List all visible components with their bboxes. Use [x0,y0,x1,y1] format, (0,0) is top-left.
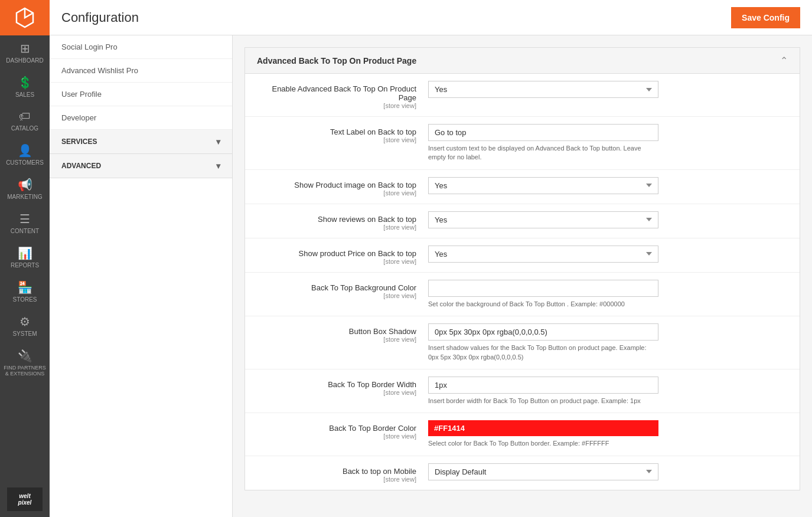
sidebar-item-system[interactable]: ⚙ SYSTEM [0,309,50,343]
label-text-label: Text Label on Back to top [store view] [257,124,428,143]
hint-text-label: Insert custom text to be displayed on Ad… [428,144,658,162]
label-border-color: Back To Top Border Color [store view] [257,420,428,440]
dashboard-icon: ⊞ [20,41,30,55]
left-nav: Social Login Pro Advanced Wishlist Pro U… [50,35,233,517]
label-show-reviews: Show reviews on Back to top [store view] [257,211,428,231]
nav-item-social-login[interactable]: Social Login Pro [50,35,232,59]
nav-item-advanced-wishlist[interactable]: Advanced Wishlist Pro [50,59,232,83]
config-row-enable: Enable Advanced Back To Top On Product P… [245,74,800,117]
input-border-width[interactable] [428,377,658,394]
page-title: Configuration [61,10,139,25]
config-row-box-shadow: Button Box Shadow [store view] Insert sh… [245,316,800,369]
sidebar-item-sales[interactable]: 💲 SALES [0,70,50,104]
label-show-product-image: Show Product image on Back to top [store… [257,177,428,197]
advanced-chevron-icon: ▾ [216,161,220,171]
control-mobile: Display Default Yes No [428,463,788,480]
input-text-label[interactable] [428,124,658,141]
label-border-width: Back To Top Border Width [store view] [257,377,428,396]
hint-box-shadow: Insert shadow values for the Back To Top… [428,343,658,362]
magento-logo[interactable] [0,0,50,35]
services-chevron-icon: ▾ [216,137,220,146]
main-wrapper: Configuration Save Config Social Login P… [50,0,812,517]
system-icon: ⚙ [19,315,30,329]
config-row-mobile: Back to top on Mobile [store view] Displ… [245,456,800,490]
input-border-color[interactable] [428,420,658,436]
label-enable: Enable Advanced Back To Top On Product P… [257,81,428,109]
top-header: Configuration Save Config [50,0,812,35]
config-row-border-color: Back To Top Border Color [store view] Se… [245,413,800,456]
select-show-reviews[interactable]: Yes No [428,211,658,228]
sidebar-item-customers[interactable]: 👤 CUSTOMERS [0,138,50,172]
hint-border-color: Select color for Back To Top Button bord… [428,439,658,448]
config-row-show-product-image: Show Product image on Back to top [store… [245,170,800,204]
section-header[interactable]: Advanced Back To Top On Product Page ⌃ [245,48,800,74]
select-show-product-image[interactable]: Yes No [428,177,658,194]
select-enable[interactable]: Yes No [428,81,658,98]
save-config-button[interactable]: Save Config [731,7,800,28]
marketing-icon: 📢 [18,178,32,192]
label-mobile: Back to top on Mobile [store view] [257,463,428,483]
control-show-product-image: Yes No [428,177,788,194]
sidebar-item-catalog[interactable]: 🏷 CATALOG [0,104,50,138]
control-box-shadow: Insert shadow values for the Back To Top… [428,323,788,362]
label-bg-color: Back To Top Background Color [store view… [257,280,428,299]
config-row-show-price: Show product Price on Back to top [store… [245,238,800,273]
find-partners-icon: 🔌 [18,349,32,363]
config-row-border-width: Back To Top Border Width [store view] In… [245,369,800,413]
sidebar-item-stores[interactable]: 🏪 STORES [0,274,50,309]
reports-icon: 📊 [18,246,32,260]
collapse-icon: ⌃ [780,55,788,66]
content-icon: ☰ [19,212,30,226]
sidebar-item-content[interactable]: ☰ CONTENT [0,206,50,240]
config-row-bg-color: Back To Top Background Color [store view… [245,273,800,316]
content-area: Social Login Pro Advanced Wishlist Pro U… [50,35,812,517]
select-mobile[interactable]: Display Default Yes No [428,463,658,480]
nav-item-developer[interactable]: Developer [50,106,232,130]
input-bg-color[interactable] [428,280,658,297]
section-title: Advanced Back To Top On Product Page [257,56,416,66]
section-block: Advanced Back To Top On Product Page ⌃ E… [244,47,800,490]
config-table: Enable Advanced Back To Top On Product P… [245,74,800,490]
sidebar-item-find-partners[interactable]: 🔌 FIND PARTNERS & EXTENSIONS [0,343,50,382]
control-border-width: Insert border width for Back To Top Butt… [428,377,788,405]
sidebar-item-dashboard[interactable]: ⊞ DASHBOARD [0,35,50,70]
nav-section-services[interactable]: SERVICES ▾ [50,130,232,154]
select-show-price[interactable]: Yes No [428,246,658,263]
hint-border-width: Insert border width for Back To Top Butt… [428,397,658,405]
catalog-icon: 🏷 [19,110,31,123]
control-show-reviews: Yes No [428,211,788,228]
control-border-color: Select color for Back To Top Button bord… [428,420,788,448]
control-text-label: Insert custom text to be displayed on Ad… [428,124,788,162]
control-show-price: Yes No [428,246,788,263]
config-row-show-reviews: Show reviews on Back to top [store view]… [245,204,800,238]
config-panel: Advanced Back To Top On Product Page ⌃ E… [233,35,812,517]
sales-icon: 💲 [18,76,32,90]
label-show-price: Show product Price on Back to top [store… [257,246,428,265]
label-box-shadow: Button Box Shadow [store view] [257,323,428,343]
weltpixel-logo: weltpixel [7,487,43,511]
hint-bg-color: Set color the background of Back To Top … [428,300,658,309]
sidebar: ⊞ DASHBOARD 💲 SALES 🏷 CATALOG 👤 CUSTOMER… [0,0,50,517]
customers-icon: 👤 [18,143,32,158]
stores-icon: 🏪 [18,280,32,295]
input-box-shadow[interactable] [428,323,658,341]
control-bg-color: Set color the background of Back To Top … [428,280,788,309]
sidebar-item-marketing[interactable]: 📢 MARKETING [0,172,50,206]
sidebar-item-reports[interactable]: 📊 REPORTS [0,240,50,274]
config-row-text-label: Text Label on Back to top [store view] I… [245,117,800,170]
nav-section-advanced[interactable]: ADVANCED ▾ [50,154,232,178]
control-enable: Yes No [428,81,788,98]
nav-item-user-profile[interactable]: User Profile [50,83,232,106]
